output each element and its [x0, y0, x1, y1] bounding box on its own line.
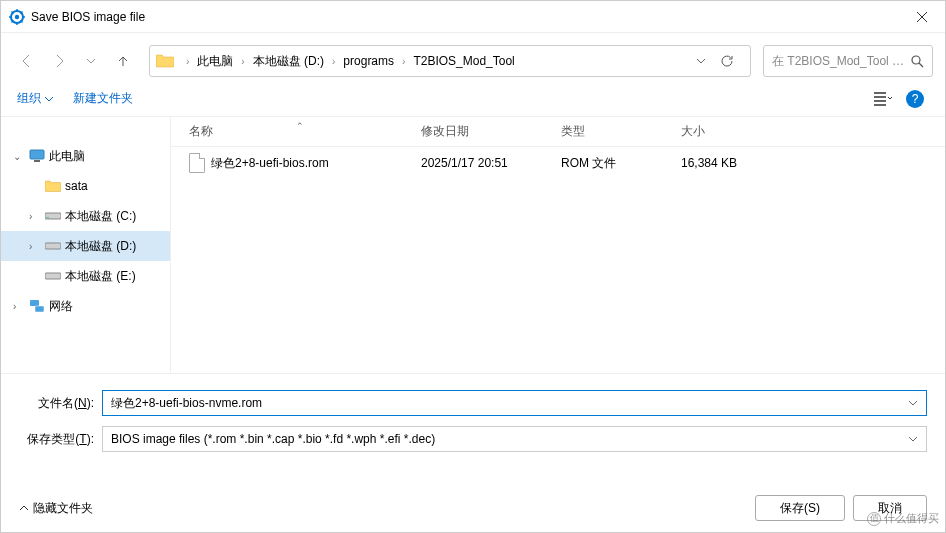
svg-rect-8	[45, 273, 61, 279]
file-type: ROM 文件	[561, 155, 681, 172]
tree-item-drive-e[interactable]: 本地磁盘 (E:)	[1, 261, 170, 291]
search-placeholder: 在 T2BIOS_Mod_Tool 中...	[772, 53, 910, 70]
chevron-right-icon[interactable]: ›	[13, 301, 25, 312]
drive-icon	[45, 208, 61, 224]
filetype-label: 保存类型(T):	[19, 431, 94, 448]
new-folder-button[interactable]: 新建文件夹	[73, 90, 133, 107]
file-list: 名称⌃ 修改日期 类型 大小 绿色2+8-uefi-bios.rom 2025/…	[171, 117, 945, 373]
breadcrumb-item[interactable]: T2BIOS_Mod_Tool	[409, 54, 518, 68]
sort-asc-icon: ⌃	[296, 121, 304, 131]
file-row[interactable]: 绿色2+8-uefi-bios.rom 2025/1/17 20:51 ROM …	[171, 147, 945, 179]
filetype-select[interactable]: BIOS image files (*.rom *.bin *.cap *.bi…	[102, 426, 927, 452]
tree-label: 本地磁盘 (C:)	[65, 208, 136, 225]
nav-bar: › 此电脑 › 本地磁盘 (D:) › programs › T2BIOS_Mo…	[1, 41, 945, 81]
svg-point-1	[15, 14, 19, 18]
chevron-down-icon[interactable]	[908, 398, 918, 408]
svg-rect-3	[30, 150, 44, 159]
column-size[interactable]: 大小	[681, 123, 781, 140]
search-icon	[910, 54, 924, 68]
close-button[interactable]	[899, 1, 945, 33]
chevron-right-icon[interactable]: ›	[237, 56, 248, 67]
input-panel: 文件名(N): 绿色2+8-uefi-bios-nvme.rom 保存类型(T)…	[1, 373, 945, 470]
chevron-right-icon[interactable]: ›	[29, 241, 41, 252]
network-icon	[29, 298, 45, 314]
svg-rect-5	[45, 213, 61, 219]
pc-icon	[29, 148, 45, 164]
content-area: ⌄ 此电脑 sata › 本地磁盘 (C:) › 本地磁盘 (D:) 本地磁盘 …	[1, 117, 945, 373]
tree-label: sata	[65, 179, 88, 193]
breadcrumb-item[interactable]: 此电脑	[193, 53, 237, 70]
tree-label: 本地磁盘 (D:)	[65, 238, 136, 255]
chevron-up-icon	[19, 503, 29, 513]
recent-button[interactable]	[77, 47, 105, 75]
tree-label: 网络	[49, 298, 73, 315]
file-date: 2025/1/17 20:51	[421, 156, 561, 170]
tree-label: 此电脑	[49, 148, 85, 165]
toolbar: 组织 新建文件夹 ?	[1, 81, 945, 117]
app-icon	[9, 9, 25, 25]
forward-button[interactable]	[45, 47, 73, 75]
view-mode-button[interactable]	[869, 85, 897, 113]
tree-label: 本地磁盘 (E:)	[65, 268, 136, 285]
sidebar-tree: ⌄ 此电脑 sata › 本地磁盘 (C:) › 本地磁盘 (D:) 本地磁盘 …	[1, 117, 171, 373]
tree-item-drive-c[interactable]: › 本地磁盘 (C:)	[1, 201, 170, 231]
svg-rect-7	[45, 243, 61, 249]
svg-rect-9	[30, 300, 39, 306]
column-type[interactable]: 类型	[561, 123, 681, 140]
tree-item-drive-d[interactable]: › 本地磁盘 (D:)	[1, 231, 170, 261]
drive-icon	[45, 268, 61, 284]
dropdown-icon[interactable]	[696, 56, 720, 66]
tree-item-network[interactable]: › 网络	[1, 291, 170, 321]
window-title: Save BIOS image file	[31, 10, 899, 24]
save-button[interactable]: 保存(S)	[755, 495, 845, 521]
up-button[interactable]	[109, 47, 137, 75]
organize-button[interactable]: 组织	[17, 90, 53, 107]
svg-point-2	[912, 56, 920, 64]
svg-rect-4	[34, 160, 40, 162]
back-button[interactable]	[13, 47, 41, 75]
breadcrumb-item[interactable]: 本地磁盘 (D:)	[249, 53, 328, 70]
svg-rect-10	[35, 306, 44, 312]
chevron-right-icon[interactable]: ›	[182, 56, 193, 67]
chevron-right-icon[interactable]: ›	[328, 56, 339, 67]
folder-icon	[156, 54, 174, 68]
column-date[interactable]: 修改日期	[421, 123, 561, 140]
search-input[interactable]: 在 T2BIOS_Mod_Tool 中...	[763, 45, 933, 77]
file-icon	[189, 153, 205, 173]
address-bar[interactable]: › 此电脑 › 本地磁盘 (D:) › programs › T2BIOS_Mo…	[149, 45, 751, 77]
column-headers: 名称⌃ 修改日期 类型 大小	[171, 117, 945, 147]
filename-input[interactable]: 绿色2+8-uefi-bios-nvme.rom	[102, 390, 927, 416]
footer: 隐藏文件夹 保存(S) 取消	[1, 484, 945, 532]
help-button[interactable]: ?	[901, 85, 929, 113]
drive-icon	[45, 238, 61, 254]
tree-item-sata[interactable]: sata	[1, 171, 170, 201]
cancel-button[interactable]: 取消	[853, 495, 927, 521]
breadcrumb-item[interactable]: programs	[339, 54, 398, 68]
hide-folders-toggle[interactable]: 隐藏文件夹	[19, 500, 93, 517]
help-icon: ?	[906, 90, 924, 108]
chevron-down-icon[interactable]	[908, 434, 918, 444]
refresh-icon[interactable]	[720, 54, 744, 68]
column-name[interactable]: 名称⌃	[171, 123, 421, 140]
tree-item-thispc[interactable]: ⌄ 此电脑	[1, 141, 170, 171]
file-size: 16,384 KB	[681, 156, 781, 170]
svg-rect-6	[46, 217, 49, 218]
file-name: 绿色2+8-uefi-bios.rom	[211, 155, 329, 172]
title-bar: Save BIOS image file	[1, 1, 945, 33]
chevron-down-icon[interactable]: ⌄	[13, 151, 25, 162]
filename-label: 文件名(N):	[19, 395, 94, 412]
folder-icon	[45, 178, 61, 194]
chevron-right-icon[interactable]: ›	[398, 56, 409, 67]
chevron-right-icon[interactable]: ›	[29, 211, 41, 222]
